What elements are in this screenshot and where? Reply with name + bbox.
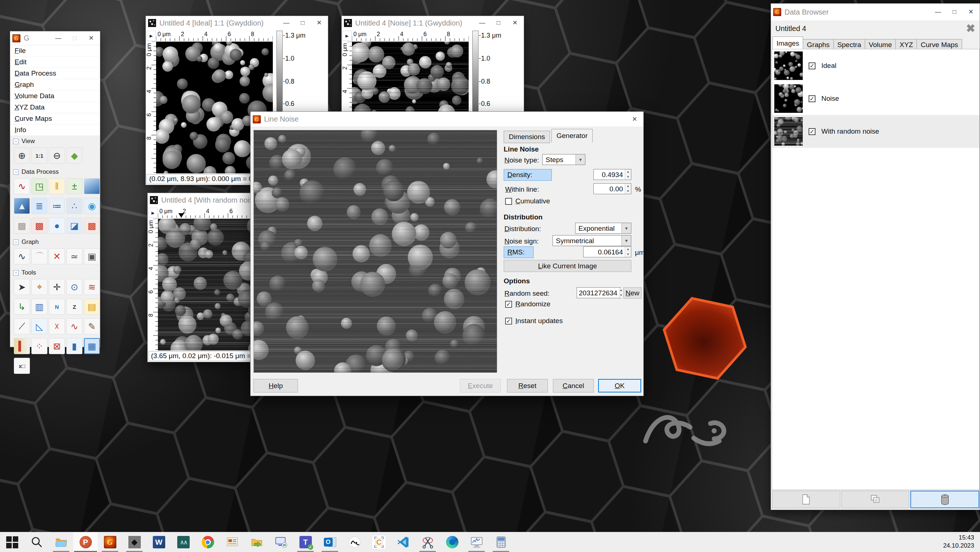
- crosshair-tool-icon[interactable]: ✛: [49, 279, 65, 295]
- row-stats-tool-icon[interactable]: ▥: [31, 298, 48, 315]
- remove-grains-icon[interactable]: ◉: [84, 198, 100, 214]
- maximize-button[interactable]: □: [68, 31, 81, 45]
- close-button[interactable]: ✕: [508, 16, 522, 30]
- rescale-icon[interactable]: ‖: [49, 178, 65, 194]
- shade-icon[interactable]: ▲: [14, 198, 30, 214]
- spectra-tool-icon[interactable]: ↳: [14, 298, 30, 315]
- spot-heal-tool-icon[interactable]: ✎: [84, 318, 100, 334]
- rms-spinner[interactable]: 0.06164 ▲▼: [583, 246, 631, 257]
- gradient-icon[interactable]: [84, 178, 100, 194]
- checkbox-checked[interactable]: ✓: [505, 317, 512, 325]
- maximize-button[interactable]: □: [296, 16, 309, 30]
- close-container-icon[interactable]: ✖: [966, 23, 975, 34]
- taskbar-gwyddion-button[interactable]: G: [98, 532, 122, 552]
- taskbar-presenter-app-button[interactable]: [220, 532, 244, 552]
- taskbar-start-button[interactable]: [0, 532, 24, 552]
- graph-axes-icon[interactable]: ∿: [14, 248, 30, 264]
- browser-tab-images[interactable]: Images: [773, 37, 803, 50]
- taskbar-ic-app-button[interactable]: C: [366, 532, 391, 552]
- collapse-icon[interactable]: −: [13, 270, 19, 276]
- close-button[interactable]: ✕: [964, 5, 977, 19]
- close-button[interactable]: ✕: [84, 31, 98, 45]
- spinner-arrows[interactable]: ▲▼: [625, 247, 631, 257]
- distribution-select[interactable]: Exponential ▾: [575, 223, 631, 234]
- new-image-button[interactable]: [772, 491, 840, 508]
- fix-zero-icon[interactable]: ∿: [14, 178, 30, 194]
- dialog-titlebar[interactable]: G Line Noise ✕: [251, 112, 643, 127]
- random-seed-spinner[interactable]: 2031272634 ▲▼: [577, 287, 621, 298]
- selection-manager-tool-icon[interactable]: ▦: [84, 338, 100, 354]
- reset-button[interactable]: Reset: [507, 379, 548, 392]
- close-button[interactable]: ✕: [313, 16, 326, 30]
- menu-volume-data[interactable]: Volume Data: [10, 91, 100, 102]
- measure-tool-icon[interactable]: ⌖: [31, 279, 48, 295]
- browser-titlebar[interactable]: G Data Browser — □ ✕: [771, 4, 980, 21]
- browser-row-noise[interactable]: ✓Noise: [772, 82, 979, 115]
- density-label[interactable]: Density:: [504, 169, 552, 181]
- taskbar-mountains-app-button[interactable]: ∧∧: [171, 532, 196, 552]
- taskbar-inkscape-button[interactable]: ◆: [122, 532, 146, 552]
- tip-icon[interactable]: ◪: [66, 218, 83, 234]
- ruler-corner-button[interactable]: ▶: [342, 31, 352, 41]
- chevron-down-icon[interactable]: ▾: [622, 223, 631, 233]
- randomize-checkbox[interactable]: ✓ Randomize: [505, 300, 550, 308]
- collapse-icon[interactable]: −: [13, 239, 19, 245]
- arithmetic-icon[interactable]: ±: [66, 178, 83, 194]
- taskbar-calculator-button[interactable]: [489, 532, 513, 552]
- menu-xyz-data[interactable]: XYZ Data: [10, 102, 100, 113]
- taskbar-file-explorer-button[interactable]: [49, 532, 73, 552]
- section-header-tools[interactable]: −Tools: [10, 267, 100, 278]
- graph-curve-icon[interactable]: ⌒: [31, 248, 48, 264]
- taskbar-gwyddion-logo-button[interactable]: [342, 532, 366, 552]
- xy-denoise-tool-icon[interactable]: x□: [14, 358, 30, 374]
- instant-updates-checkbox[interactable]: ✓ Instant updates: [505, 317, 563, 325]
- remove-spots-icon[interactable]: ∴: [66, 198, 83, 214]
- tab-dimensions[interactable]: Dimensions: [504, 131, 550, 143]
- ok-button[interactable]: OK: [598, 379, 641, 392]
- section-header-data-process[interactable]: −Data Process: [10, 166, 100, 177]
- mask-n-tool-icon[interactable]: N: [49, 298, 65, 315]
- spinner-arrows[interactable]: ▲▼: [625, 183, 631, 194]
- facet-level-tool-icon[interactable]: ◺: [31, 318, 48, 334]
- help-button[interactable]: Help: [253, 379, 298, 392]
- stripes-tool-icon[interactable]: ▤: [84, 298, 100, 315]
- graph-cross-icon[interactable]: ✕: [49, 248, 65, 264]
- spinner-arrows[interactable]: ▲▼: [619, 288, 622, 298]
- like-current-image-button[interactable]: Like Current Image: [504, 260, 631, 272]
- checkbox-checked[interactable]: ✓: [505, 301, 512, 308]
- taskbar-powerpoint-button[interactable]: P: [73, 532, 98, 552]
- minimize-button[interactable]: —: [931, 5, 945, 19]
- window-titlebar[interactable]: Untitled 4 [Ideal] 1:1 (Gwyddion) — □ ✕: [146, 16, 328, 30]
- ruler-corner-button[interactable]: ▶: [148, 208, 158, 218]
- menu-curve-maps[interactable]: Curve Maps: [10, 113, 100, 124]
- path-level-tool-icon[interactable]: ⟋: [14, 318, 30, 334]
- taskbar-snipping-tool-button[interactable]: [415, 532, 440, 552]
- delete-button[interactable]: [910, 491, 979, 508]
- profiles-tool-icon[interactable]: ≋: [84, 279, 100, 295]
- maximize-button[interactable]: □: [492, 16, 505, 30]
- menu-data-process[interactable]: Data Process: [10, 68, 100, 79]
- cumulative-checkbox[interactable]: Cumulative: [505, 197, 550, 205]
- cancel-button[interactable]: Cancel: [553, 379, 594, 392]
- collapse-icon[interactable]: −: [13, 169, 19, 175]
- new-seed-button[interactable]: New: [623, 287, 641, 298]
- line-correct-icon[interactable]: ≔: [49, 198, 65, 214]
- density-spinner[interactable]: 0.4934 ▲▼: [593, 169, 631, 180]
- taskbar-chrome-button[interactable]: [196, 532, 220, 552]
- checkbox-unchecked[interactable]: [505, 198, 512, 205]
- ruler-corner-button[interactable]: ▶: [146, 31, 156, 41]
- noise-type-select[interactable]: Steps ▾: [542, 154, 585, 165]
- visibility-checkbox[interactable]: ✓: [808, 128, 816, 135]
- execute-button[interactable]: Execute: [460, 379, 501, 392]
- close-button[interactable]: ✕: [628, 112, 641, 126]
- grain-threshold-icon[interactable]: ▩: [31, 218, 48, 234]
- window-titlebar[interactable]: Untitled 4 [Noise] 1:1 (Gwyddion) — □ ✕: [342, 16, 524, 30]
- zoom-in-icon[interactable]: ⊕: [14, 147, 30, 164]
- sphere-icon[interactable]: ●: [49, 218, 65, 234]
- taskbar-remote-desktop-button[interactable]: [269, 532, 293, 552]
- taskbar-performance-monitor-button[interactable]: [464, 532, 489, 552]
- minimize-button[interactable]: —: [52, 31, 65, 45]
- crop-icon[interactable]: ◳: [31, 178, 48, 194]
- profile-read-tool-icon[interactable]: ∿: [66, 318, 83, 334]
- noise-sign-select[interactable]: Symmetrical ▾: [552, 235, 631, 246]
